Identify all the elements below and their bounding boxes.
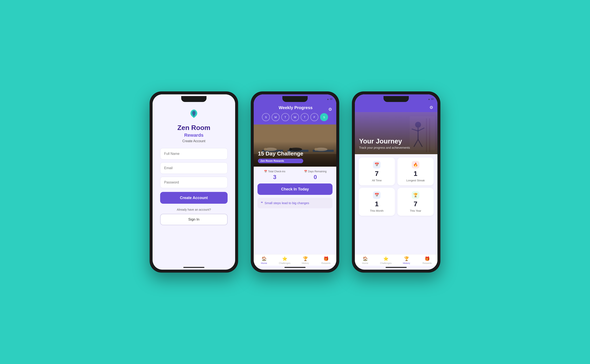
- year-label: This Year: [410, 209, 421, 212]
- weekly-progress-title: Weekly Progress: [279, 105, 313, 110]
- phone-weekly-progress: ▲ 66 Weekly Progress ⚙ S M T W: [251, 91, 339, 273]
- total-checkins-value: 3: [273, 174, 276, 181]
- sign-in-button[interactable]: Sign In: [160, 214, 228, 225]
- total-checkins-stat: 📅 Total Check-ins 3: [257, 170, 292, 181]
- challenge-content: 15 Day Challenge Zen Room Rewards: [258, 150, 303, 163]
- p3-body: 📅 7 All Time 🔥 1 Longest Streak 📅: [355, 154, 437, 254]
- nav-history-2[interactable]: 🏆 History: [295, 256, 316, 264]
- notch-bar-2: ▲ 66: [254, 94, 336, 104]
- day-sunday[interactable]: S: [262, 113, 270, 121]
- stat-this-year: 🏆 7 This Year: [397, 188, 434, 216]
- day-friday[interactable]: F: [310, 113, 318, 121]
- streak-value: 1: [414, 170, 417, 178]
- app-tagline: Rewards: [184, 132, 203, 138]
- home-icon-2: 🏠: [262, 256, 267, 261]
- nav-home-label-3: Home: [362, 262, 368, 264]
- history-icon-3: 🏆: [404, 256, 409, 261]
- battery-label: 66: [330, 98, 333, 100]
- nav-rewards-3[interactable]: 🎁 Rewards: [417, 256, 437, 264]
- day-monday[interactable]: M: [272, 113, 280, 121]
- zen-logo-icon: [187, 108, 201, 121]
- challenges-icon-3: ⭐: [383, 256, 389, 261]
- journey-stats-grid: 📅 7 All Time 🔥 1 Longest Streak 📅: [359, 157, 434, 216]
- journey-hero: Your Journey Track your progress and ach…: [355, 112, 437, 154]
- rewards-icon-2: 🎁: [323, 256, 329, 261]
- battery-label-3: 66: [431, 98, 434, 100]
- full-name-input[interactable]: [160, 148, 228, 159]
- password-input[interactable]: [160, 177, 228, 188]
- home-icon-3: 🏠: [363, 256, 368, 261]
- nav-home-3[interactable]: 🏠 Home: [355, 256, 375, 264]
- create-account-button[interactable]: Create Account: [160, 192, 228, 204]
- home-indicator-1: [183, 267, 204, 268]
- phone1-content: Zen Room Rewards Create Account Create A…: [153, 104, 235, 266]
- bottom-nav-3: 🏠 Home ⭐ Challenges 🏆 History 🎁 Rewards: [355, 254, 437, 266]
- days-remaining-label: 📅 Days Remaining: [304, 170, 327, 173]
- phone2-content: Weekly Progress ⚙ S M T W T F S: [254, 104, 336, 266]
- home-indicator-2: [284, 267, 306, 268]
- checkin-stats: 📅 Total Check-ins 3 📅 Days Remaining 0: [257, 170, 333, 181]
- alltime-value: 7: [375, 170, 379, 178]
- days-remaining-value: 0: [314, 174, 317, 181]
- stat-this-month: 📅 1 This Month: [359, 188, 395, 216]
- notch-bar-3: ▲ 66: [355, 94, 437, 104]
- nav-challenges-label-2: Challenges: [279, 262, 290, 264]
- calendar-icon: 📅: [264, 170, 267, 173]
- already-text: Already have an account?: [177, 208, 211, 211]
- journey-title: Your Journey: [359, 137, 433, 145]
- login-body: Zen Room Rewards Create Account Create A…: [153, 104, 235, 266]
- notch-1: [181, 96, 207, 102]
- fire-streak-icon: 🔥: [412, 161, 419, 169]
- nav-history-3[interactable]: 🏆 History: [396, 256, 417, 264]
- quote-mark-icon: ": [261, 201, 263, 205]
- stat-longest-streak: 🔥 1 Longest Streak: [397, 157, 434, 185]
- nav-home-2[interactable]: 🏠 Home: [254, 256, 274, 264]
- days-remaining-stat: 📅 Days Remaining 0: [298, 170, 333, 181]
- nav-rewards-2[interactable]: 🎁 Rewards: [316, 256, 336, 264]
- day-wednesday[interactable]: W: [291, 113, 299, 121]
- trophy-year-icon: 🏆: [412, 191, 419, 199]
- create-account-heading: Create Account: [182, 139, 205, 143]
- challenge-banner: 15 Day Challenge Zen Room Rewards: [254, 124, 336, 167]
- checkin-button[interactable]: Check In Today: [257, 183, 333, 195]
- settings-icon-3[interactable]: ⚙: [429, 105, 433, 110]
- challenges-icon-2: ⭐: [282, 256, 288, 261]
- month-value: 1: [375, 200, 379, 208]
- bottom-nav-2: 🏠 Home ⭐ Challenges 🏆 History 🎁 Rewards: [254, 254, 336, 266]
- journey-hero-content: Your Journey Track your progress and ach…: [355, 133, 437, 154]
- notch-bar-1: [153, 94, 235, 104]
- nav-challenges-3[interactable]: ⭐ Challenges: [375, 256, 396, 264]
- stat-all-time: 📅 7 All Time: [359, 157, 395, 185]
- calendar2-icon: 📅: [304, 170, 307, 173]
- calendar-alltime-icon: 📅: [373, 161, 380, 169]
- day-saturday[interactable]: S: [320, 113, 328, 121]
- total-checkins-label: 📅 Total Check-ins: [264, 170, 285, 173]
- nav-rewards-label-3: Rewards: [422, 262, 432, 264]
- alltime-label: All Time: [372, 179, 382, 182]
- nav-history-label-3: History: [403, 262, 410, 264]
- settings-icon[interactable]: ⚙: [328, 107, 332, 112]
- weekly-progress-header: Weekly Progress ⚙ S M T W T F S: [254, 104, 336, 124]
- notch-3: [383, 96, 409, 102]
- phones-container: Zen Room Rewards Create Account Create A…: [150, 91, 440, 273]
- history-icon-2: 🏆: [303, 256, 308, 261]
- notch-2: [282, 96, 308, 102]
- app-name: Zen Room: [177, 124, 210, 132]
- quote-box: " Small steps lead to big changes: [257, 198, 333, 208]
- nav-home-label-2: Home: [261, 262, 267, 264]
- quote-text: Small steps lead to big changes: [264, 201, 309, 205]
- nav-challenges-label-3: Challenges: [380, 262, 392, 264]
- wifi-icon: ▲: [327, 98, 329, 100]
- month-label: This Month: [370, 209, 383, 212]
- challenge-badge: Zen Room Rewards: [258, 159, 303, 163]
- journey-subtitle: Track your progress and achievements: [359, 146, 433, 150]
- journey-purple-header: ⚙: [355, 104, 437, 112]
- day-tuesday[interactable]: T: [281, 113, 289, 121]
- day-thursday[interactable]: T: [301, 113, 309, 121]
- wifi-icon-3: ▲: [428, 98, 430, 100]
- nav-challenges-2[interactable]: ⭐ Challenges: [274, 256, 295, 264]
- status-bar-2: ▲ 66: [327, 98, 333, 100]
- email-input[interactable]: [160, 162, 228, 174]
- status-bar-3: ▲ 66: [428, 98, 434, 100]
- header-title-row: Weekly Progress ⚙: [258, 105, 332, 113]
